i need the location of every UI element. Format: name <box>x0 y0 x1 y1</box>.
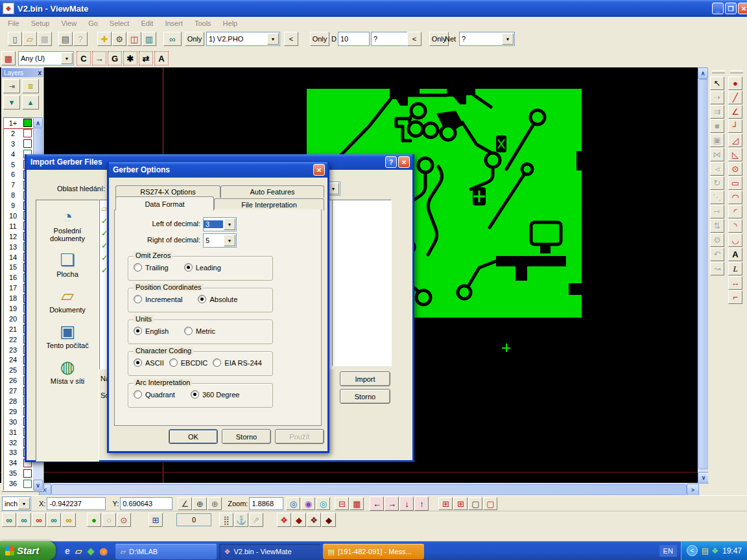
move-tool[interactable]: ⇢ <box>710 91 724 104</box>
move-vertex-tool[interactable]: ⇾ <box>710 205 724 218</box>
dcode-input[interactable]: 10 <box>338 32 370 46</box>
dcode-film-button[interactable]: ◫ <box>127 32 141 46</box>
dimension-tool[interactable]: ↔ <box>728 276 742 290</box>
storno-button[interactable]: Storno <box>222 429 271 444</box>
new-document-button[interactable]: ▯ <box>8 32 22 46</box>
layer-swatch[interactable] <box>23 480 32 488</box>
menu-item[interactable]: Tools <box>189 18 217 29</box>
fill-tool[interactable]: ■ <box>710 119 724 133</box>
menu-item[interactable]: File <box>3 18 25 29</box>
draw-pad-tool[interactable]: ● <box>728 76 742 90</box>
text-a-button[interactable]: A <box>154 51 169 65</box>
save-button[interactable]: ▦ <box>38 32 52 46</box>
task-message[interactable]: ▤ [191-482-091] - Mess... <box>323 544 424 559</box>
zoom-in-button[interactable]: ◎ <box>286 497 300 510</box>
scroll-down-icon[interactable]: ∨ <box>33 480 43 491</box>
language-indicator[interactable]: EN <box>659 545 677 557</box>
settings-tool[interactable]: ⚙ <box>710 233 724 247</box>
pan-down-button[interactable]: ↓ <box>399 496 414 511</box>
hscrollbar-thumb[interactable] <box>51 484 687 495</box>
pattern-flash-button[interactable]: ❖ <box>277 513 291 527</box>
draw-arc-chord-tool[interactable]: ◡ <box>728 233 742 247</box>
import-button[interactable]: Import <box>340 371 390 386</box>
ok-button[interactable]: OK <box>169 429 218 444</box>
draw-corner-tool[interactable]: ┘ <box>728 119 742 133</box>
draw-arc-cw-tool[interactable]: ◜ <box>728 205 742 218</box>
place-recent-documents[interactable]: ◔ Poslední dokumenty <box>38 208 97 242</box>
select-tool[interactable]: ↖ <box>710 76 724 90</box>
component-c-button[interactable]: C <box>77 51 91 65</box>
mirror-tool[interactable]: ⋈ <box>710 148 724 161</box>
layer-row[interactable]: 35 <box>4 468 34 478</box>
restore-button[interactable]: ❐ <box>725 3 737 14</box>
menu-item[interactable]: View <box>56 18 82 29</box>
quicklaunch-folder-icon[interactable]: ▱ <box>75 546 82 555</box>
view-pads-button[interactable]: ∞ <box>32 513 46 527</box>
copy-tool[interactable]: ⇉ <box>710 105 724 119</box>
menu-item[interactable]: Go <box>83 18 103 29</box>
draw-arc-ccw-tool[interactable]: ◝ <box>728 219 742 233</box>
canvas-hscrollbar[interactable]: < > <box>39 484 698 495</box>
unit-combo[interactable]: inch ▼ <box>2 496 31 511</box>
measure-button[interactable]: ∞ <box>163 32 182 46</box>
previous-layer-button[interactable]: < <box>284 32 298 46</box>
pattern-solid-button[interactable]: ◆ <box>292 513 306 527</box>
draw-label-tool[interactable]: L <box>728 262 742 275</box>
radio-option[interactable]: Metric <box>184 327 215 335</box>
quicklaunch-book-icon[interactable]: ◆ <box>88 546 95 555</box>
pad-star-button[interactable]: ✱ <box>123 51 137 65</box>
select-points-button[interactable]: ▢ <box>483 497 497 510</box>
tile-window-button[interactable]: ⊞ <box>148 513 163 527</box>
only-layer-button[interactable]: Only <box>185 32 204 46</box>
zoom-grid-small-button[interactable]: ⊞ <box>438 497 453 510</box>
scroll-up-icon[interactable]: ∧ <box>33 117 43 128</box>
apply-button[interactable]: Použít <box>275 429 324 444</box>
gerber-g-button[interactable]: G <box>108 51 122 65</box>
highlight-on-button[interactable]: ● <box>87 513 101 527</box>
layer-row[interactable]: 2 <box>4 128 34 139</box>
goto-button[interactable]: → <box>92 51 106 65</box>
layer-row[interactable]: 3 <box>4 139 34 149</box>
trace-edit-tool[interactable]: ↝ <box>710 262 724 275</box>
scroll-right-icon[interactable]: > <box>687 484 699 496</box>
place-computer[interactable]: ▣ Tento počítač <box>38 323 97 349</box>
anchor-button[interactable]: ⚓ <box>234 513 248 527</box>
pattern-select-button[interactable]: ❖ <box>307 513 321 527</box>
dot-grid-button[interactable]: ⣿ <box>219 513 233 527</box>
lamp-off-button[interactable]: ○ <box>102 513 116 527</box>
left-of-decimal-combo[interactable]: 3 ▼ <box>203 217 237 231</box>
menu-item[interactable]: Help <box>218 18 243 29</box>
select-area-button[interactable]: ▢ <box>468 497 482 510</box>
place-desktop[interactable]: ❏ Plocha <box>38 251 97 278</box>
place-network[interactable]: ◍ Místa v síti <box>38 358 97 385</box>
start-button[interactable]: Start <box>0 541 56 560</box>
layer-combo[interactable]: 1) V2.PHO ▼ <box>206 32 280 46</box>
radio-option[interactable]: 360 Degree <box>191 390 240 399</box>
tab-auto-features[interactable]: Auto Features <box>220 185 324 198</box>
palette-grip[interactable] <box>712 70 725 73</box>
rotate-tool[interactable]: ↻ <box>710 176 724 190</box>
layer-down-button[interactable]: ▼ <box>3 95 20 110</box>
solid-fill-tool[interactable]: ▣ <box>710 134 724 147</box>
menu-item[interactable]: Select <box>104 18 135 29</box>
layer-up-button[interactable]: ▲ <box>22 95 39 110</box>
tray-app-icon[interactable]: ❖ <box>711 547 718 555</box>
swap-button[interactable]: ⇄ <box>139 51 153 65</box>
only-dcode-button[interactable]: Only <box>310 32 329 46</box>
scroll-up-icon[interactable]: ∧ <box>698 67 708 79</box>
layer-row[interactable]: 36 <box>4 478 34 489</box>
close-button[interactable]: ✕ <box>313 164 325 176</box>
pan-left-button[interactable]: ← <box>370 496 384 511</box>
dcode-query-input[interactable]: ? <box>371 32 408 46</box>
layer-dock-button[interactable]: ⇥ <box>3 79 20 93</box>
align-tool[interactable]: ⇅ <box>710 219 724 233</box>
draw-triangle-tool[interactable]: ◺ <box>728 148 742 161</box>
close-icon[interactable]: x <box>38 69 42 76</box>
colors-button[interactable]: ▥ <box>142 32 156 46</box>
tray-clipboard-icon[interactable]: ▤ <box>702 547 709 555</box>
view-outline-button[interactable]: ∞ <box>47 513 61 527</box>
grid-step-field[interactable]: 0 <box>176 513 211 526</box>
draw-bend-tool[interactable]: ⌐ <box>728 290 742 304</box>
view-traces-button[interactable]: ∞ <box>17 513 31 527</box>
print-button[interactable]: ▤ <box>58 32 73 46</box>
